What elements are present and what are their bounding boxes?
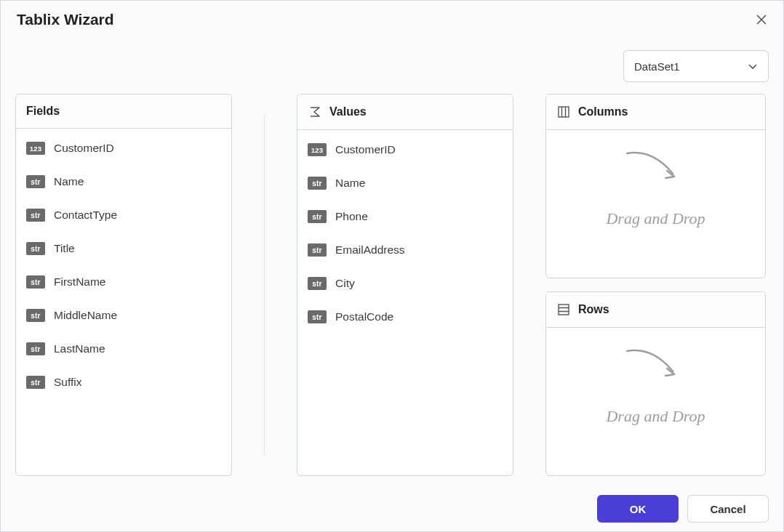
field-item-label: MiddleName <box>54 309 117 322</box>
field-item-label: CustomerID <box>54 142 114 155</box>
rows-panel-title: Rows <box>578 303 609 316</box>
titlebar: Tablix Wizard <box>1 1 783 34</box>
rows-icon <box>556 302 571 317</box>
string-type-badge: str <box>308 210 327 223</box>
fields-panel: Fields 123CustomerIDstrNamestrContactTyp… <box>15 94 232 476</box>
string-type-badge: str <box>26 376 45 389</box>
string-type-badge: str <box>26 309 45 322</box>
string-type-badge: str <box>308 277 327 290</box>
footer-buttons: OK Cancel <box>597 495 769 523</box>
value-item-label: City <box>335 277 355 290</box>
swoosh-arrow-icon <box>623 345 681 382</box>
rows-panel: Rows Drag and Drop <box>545 291 766 476</box>
value-item-label: EmailAddress <box>335 243 405 257</box>
columns-panel: Columns Drag and Drop <box>545 94 766 278</box>
field-item[interactable]: 123CustomerID <box>16 132 231 165</box>
swoosh-arrow-icon <box>623 148 681 184</box>
number-type-badge: 123 <box>26 142 45 155</box>
string-type-badge: str <box>26 209 45 222</box>
values-panel-title: Values <box>329 105 367 118</box>
field-item-label: Title <box>54 242 75 255</box>
field-item[interactable]: strTitle <box>16 232 231 265</box>
rows-dropzone[interactable]: Drag and Drop <box>546 328 765 475</box>
field-item[interactable]: strLastName <box>16 332 231 366</box>
string-type-badge: str <box>26 175 45 188</box>
number-type-badge: 123 <box>308 143 327 156</box>
field-item[interactable]: strSuffix <box>16 366 231 399</box>
dataset-row: DataSet1 <box>1 34 783 91</box>
field-item[interactable]: strName <box>16 165 231 198</box>
right-column: Columns Drag and Drop Rows <box>545 94 766 476</box>
field-item[interactable]: strFirstName <box>16 265 231 299</box>
string-type-badge: str <box>26 242 45 255</box>
workspace: Fields 123CustomerIDstrNamestrContactTyp… <box>1 91 783 476</box>
fields-list[interactable]: 123CustomerIDstrNamestrContactTypestrTit… <box>16 129 231 475</box>
value-item[interactable]: strPhone <box>297 200 513 233</box>
value-item-label: CustomerID <box>335 143 396 156</box>
string-type-badge: str <box>308 177 327 190</box>
close-button[interactable] <box>753 11 770 28</box>
dataset-select[interactable]: DataSet1 <box>623 50 769 82</box>
field-item[interactable]: strContactType <box>16 198 231 232</box>
svg-rect-3 <box>559 305 569 315</box>
columns-panel-title: Columns <box>578 105 628 118</box>
values-list[interactable]: 123CustomerIDstrNamestrPhonestrEmailAddr… <box>297 130 513 475</box>
window-title: Tablix Wizard <box>17 11 114 28</box>
field-item-label: ContactType <box>54 209 117 222</box>
string-type-badge: str <box>26 342 45 355</box>
columns-dropzone[interactable]: Drag and Drop <box>546 130 765 278</box>
value-item[interactable]: 123CustomerID <box>297 133 513 166</box>
columns-dropzone-hint: Drag and Drop <box>606 209 705 228</box>
chevron-down-icon <box>748 61 758 71</box>
fields-panel-title: Fields <box>26 105 60 118</box>
field-item-label: Name <box>54 175 84 188</box>
value-item[interactable]: strPostalCode <box>297 300 513 334</box>
value-item-label: Phone <box>335 210 368 223</box>
vertical-divider <box>264 114 265 456</box>
columns-icon <box>556 105 571 119</box>
cancel-button[interactable]: Cancel <box>687 495 769 523</box>
tablix-wizard-window: Tablix Wizard DataSet1 Fields 123Custome… <box>0 0 784 532</box>
columns-panel-header: Columns <box>546 94 765 130</box>
svg-rect-0 <box>559 107 569 117</box>
string-type-badge: str <box>308 310 327 323</box>
value-item[interactable]: strEmailAddress <box>297 233 513 267</box>
values-panel-header: Values <box>297 94 513 130</box>
rows-panel-header: Rows <box>546 292 765 328</box>
value-item[interactable]: strCity <box>297 267 513 300</box>
field-item[interactable]: strMiddleName <box>16 299 231 332</box>
field-item-label: Suffix <box>54 376 82 389</box>
close-icon <box>756 15 767 25</box>
field-item-label: LastName <box>54 342 105 355</box>
fields-panel-header: Fields <box>16 94 231 129</box>
value-item[interactable]: strName <box>297 166 513 200</box>
ok-button[interactable]: OK <box>597 495 679 523</box>
sigma-icon <box>308 105 322 119</box>
rows-dropzone-hint: Drag and Drop <box>606 407 705 426</box>
string-type-badge: str <box>308 243 327 257</box>
value-item-label: PostalCode <box>335 310 393 323</box>
dataset-selected-value: DataSet1 <box>634 60 680 73</box>
values-panel: Values 123CustomerIDstrNamestrPhonestrEm… <box>297 94 513 476</box>
field-item-label: FirstName <box>54 275 105 289</box>
string-type-badge: str <box>26 275 45 289</box>
value-item-label: Name <box>335 177 365 190</box>
